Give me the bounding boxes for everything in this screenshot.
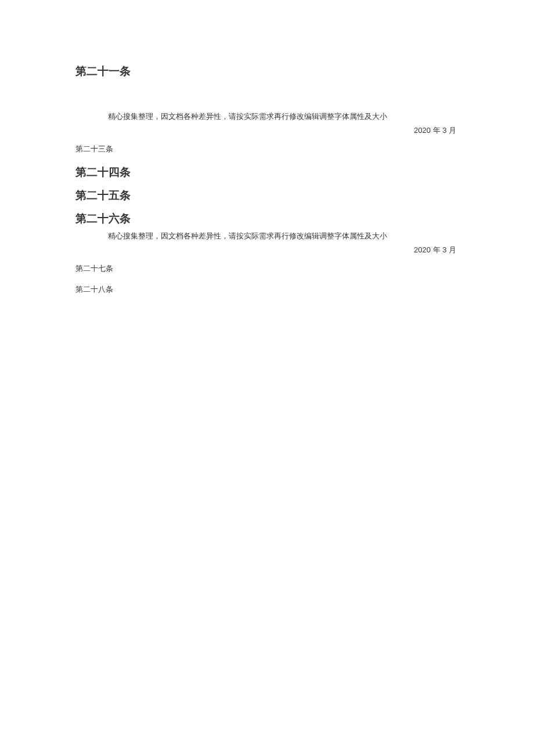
editor-note-1: 精心搜集整理，因文档各种差异性，请按实际需求再行修改编辑调整字体属性及大小 (75, 111, 459, 122)
document-content: 第二十一条 精心搜集整理，因文档各种差异性，请按实际需求再行修改编辑调整字体属性… (0, 0, 534, 295)
article-21-heading: 第二十一条 (75, 64, 459, 79)
date-2: 2020 年 3 月 (75, 245, 459, 255)
date-1: 2020 年 3 月 (75, 125, 459, 136)
article-23-heading: 第二十三条 (75, 144, 459, 154)
article-27-heading: 第二十七条 (75, 263, 459, 274)
article-24-heading: 第二十四条 (75, 165, 459, 180)
article-25-heading: 第二十五条 (75, 188, 459, 203)
editor-note-2: 精心搜集整理，因文档各种差异性，请按实际需求再行修改编辑调整字体属性及大小 (75, 231, 459, 241)
article-28-heading: 第二十八条 (75, 284, 459, 295)
article-26-heading: 第二十六条 (75, 211, 459, 226)
